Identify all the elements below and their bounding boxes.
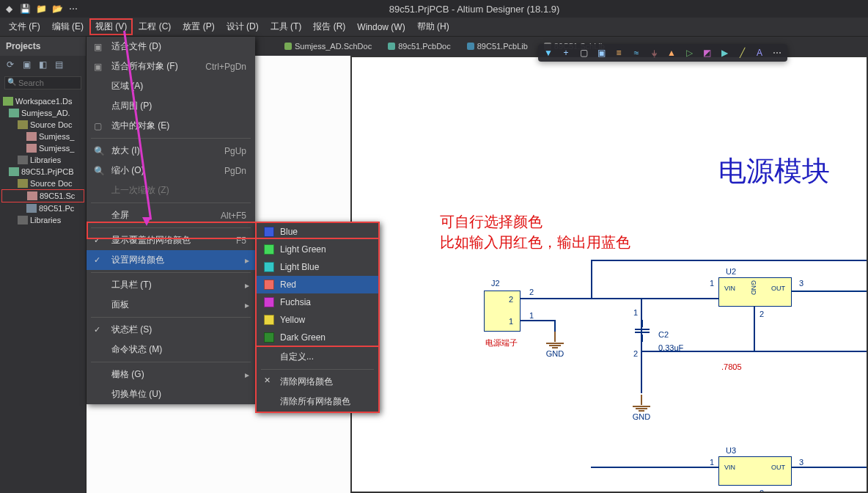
color-submenu: Blue Light Green Light Blue Red Fuchsia … <box>255 222 380 413</box>
tab-sumjess[interactable]: Sumjess_AD.SchDoc <box>277 39 379 54</box>
menu-grid[interactable]: 栅格 (G)▸ <box>87 365 255 384</box>
menu-zoom-in[interactable]: 🔍放大 (I)PgUp <box>87 141 255 161</box>
schematic-canvas[interactable]: 电源模块 可自行选择颜色 比如输入用红色，输出用蓝色 J2 2 1 2 1 电源… <box>350 56 868 493</box>
menu-fit-all[interactable]: ▣适合所有对象 (F)Ctrl+PgDn <box>87 56 255 76</box>
floating-toolbar[interactable]: ▼ + ▢ ▣ ≡ ≈ ⏚ ▲ ▷ ◩ ▶ ╱ A ⋯ <box>538 44 787 62</box>
j2-pin2i: 2 <box>509 295 513 304</box>
wire <box>591 260 868 261</box>
menu-edit[interactable]: 编辑 (E) <box>46 18 89 35</box>
menu-place[interactable]: 放置 (P) <box>177 18 220 35</box>
tree-libs1[interactable]: Libraries <box>1 154 84 166</box>
color-darkgreen[interactable]: Dark Green <box>257 329 378 346</box>
menu-tools[interactable]: 工具 (T) <box>265 18 308 35</box>
clear-icon: ✕ <box>264 376 271 385</box>
menu-fit-doc[interactable]: ▣适合文件 (D) <box>87 37 255 56</box>
fit-all-icon: ▣ <box>94 62 102 72</box>
text-icon[interactable]: A <box>754 47 765 59</box>
menu-selected[interactable]: ▢选中的对象 (E) <box>87 116 255 136</box>
sheet-icon[interactable]: ◩ <box>701 47 713 59</box>
c2-p1: 1 <box>633 308 638 317</box>
gnd-symbol2: GND <box>630 395 652 421</box>
swatch-lightgreen <box>264 244 274 255</box>
u2-gnd: GND <box>750 280 757 295</box>
gnd-icon[interactable]: ⏚ <box>648 47 660 59</box>
menu-help[interactable]: 帮助 (H) <box>411 18 455 35</box>
tool-refresh-icon[interactable]: ⟳ <box>4 59 16 70</box>
menu-zoom-out[interactable]: 🔍缩小 (O)PgDn <box>87 161 255 180</box>
tree-source1[interactable]: Source Doc <box>1 119 84 131</box>
color-clear[interactable]: ✕清除网络颜色 <box>257 372 378 392</box>
tree-project2[interactable]: 89C51.PrjPCB <box>1 166 84 178</box>
projects-panel: Projects ⟳ ▣ ◧ ▤ Workspace1.Ds Sumjess_A… <box>0 37 87 493</box>
menu-area[interactable]: 区域 (A) <box>87 76 255 96</box>
menu-file[interactable]: 文件 (F) <box>3 18 46 35</box>
menu-cmdstatus[interactable]: 命令状态 (M) <box>87 340 255 359</box>
menu-statusbar[interactable]: ✓状态栏 (S) <box>87 320 255 340</box>
menu-toolbar[interactable]: 工具栏 (T)▸ <box>87 275 255 295</box>
menu-window[interactable]: Window (W) <box>351 20 411 34</box>
cross-icon[interactable]: + <box>560 47 572 59</box>
tree-source2[interactable]: Source Doc <box>1 178 84 189</box>
search-input[interactable] <box>4 76 81 90</box>
j2-body <box>484 291 521 332</box>
pwr-icon[interactable]: ▲ <box>666 47 677 59</box>
menu-set-net-color[interactable]: ✓设置网络颜色▸ <box>87 250 255 270</box>
menu-units[interactable]: 切换单位 (U) <box>87 384 255 404</box>
bus-icon[interactable]: ≡ <box>613 47 625 59</box>
u3-body <box>718 456 792 486</box>
chevron-right-icon: ▸ <box>245 300 249 310</box>
net-icon[interactable]: ≈ <box>630 47 642 59</box>
u2-val: .7805 <box>721 362 742 371</box>
save-icon[interactable]: 💾 <box>19 3 31 15</box>
tool-link-icon[interactable]: ◧ <box>37 59 48 70</box>
color-clear-all[interactable]: 清除所有网络颜色 <box>257 392 378 412</box>
tab-pcbdoc[interactable]: 89c51.PcbDoc <box>380 39 458 54</box>
tab-icon <box>388 43 395 50</box>
u2-p1: 1 <box>710 279 714 288</box>
color-custom[interactable]: 自定义... <box>257 347 378 367</box>
tree-sch2[interactable]: Sumjess_ <box>1 142 84 154</box>
tree-workspace[interactable]: Workspace1.Ds <box>1 95 84 107</box>
rect-icon[interactable]: ▢ <box>578 47 589 59</box>
part-icon[interactable]: ▷ <box>683 47 695 59</box>
folder-icon[interactable]: 📁 <box>35 3 47 15</box>
tool-sort-icon[interactable]: ▤ <box>53 59 65 70</box>
tree-doc-pcbdoc[interactable]: 89C51.Pc <box>1 202 84 214</box>
tab-pcblib[interactable]: 89C51.PcbLib <box>460 39 535 54</box>
j2-ref: J2 <box>491 279 500 288</box>
tree-sch1[interactable]: Sumjess_ <box>1 131 84 142</box>
more-icon[interactable]: ⋯ <box>771 47 783 59</box>
u2-out: OUT <box>771 285 785 292</box>
menu-net-cover[interactable]: ✓显示覆盖的网络颜色F5 <box>87 230 255 250</box>
more-icon[interactable]: ⋯ <box>67 3 79 15</box>
color-red[interactable]: Red <box>257 276 378 293</box>
menu-view[interactable]: 视图 (V) <box>89 18 133 35</box>
select-icon[interactable]: ▣ <box>595 47 607 59</box>
chevron-right-icon: ▸ <box>245 255 249 266</box>
open-icon[interactable]: 📂 <box>51 3 63 15</box>
tree-libs2[interactable]: Libraries <box>1 214 84 226</box>
menu-project[interactable]: 工程 (C) <box>133 18 177 35</box>
menu-panels[interactable]: 面板▸ <box>87 295 255 315</box>
tree-project1[interactable]: Sumjess_AD. <box>1 107 84 119</box>
color-blue[interactable]: Blue <box>257 223 378 241</box>
chevron-right-icon: ▸ <box>245 370 249 380</box>
menu-design[interactable]: 设计 (D) <box>221 18 265 35</box>
menu-report[interactable]: 报告 (R) <box>307 18 351 35</box>
tab-icon <box>284 43 292 50</box>
color-lightblue[interactable]: Light Blue <box>257 258 378 276</box>
menu-around[interactable]: 点周围 (P) <box>87 96 255 116</box>
tool-doc-icon[interactable]: ▣ <box>21 59 32 70</box>
port-icon[interactable]: ▶ <box>718 47 730 59</box>
color-lightgreen[interactable]: Light Green <box>257 241 378 258</box>
wire <box>754 307 755 351</box>
color-fuchsia[interactable]: Fuchsia <box>257 293 378 311</box>
color-yellow[interactable]: Yellow <box>257 311 378 329</box>
line-icon[interactable]: ╱ <box>736 47 748 59</box>
menu-fullscreen[interactable]: 全屏Alt+F5 <box>87 205 255 225</box>
tree-doc-schdoc[interactable]: 89C51.Sc <box>1 189 84 202</box>
u3-vin: VIN <box>724 464 735 471</box>
separator <box>91 272 251 273</box>
filter-icon[interactable]: ▼ <box>542 47 554 59</box>
fit-doc-icon: ▣ <box>94 42 102 52</box>
